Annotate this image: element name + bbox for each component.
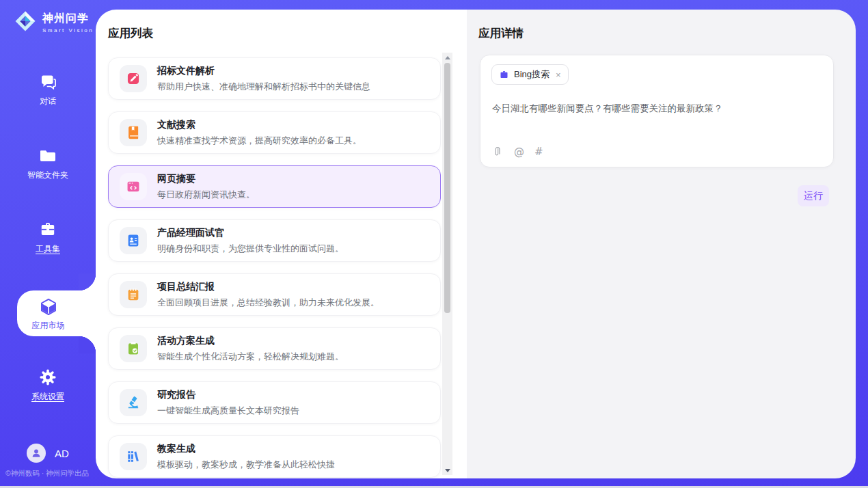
clipboard-check-icon	[120, 335, 147, 362]
app-desc: 智能生成个性化活动方案，轻松解决规划难题。	[157, 351, 344, 363]
app-detail-panel: 应用详情 Bing搜索 × 今日湖北有哪些新闻要点？有哪些需要关注的最新政策？	[467, 10, 856, 478]
app-card-bid-parse[interactable]: 招标文件解析 帮助用户快速、准确地理解和解析招标书中的关键信息	[108, 57, 441, 100]
sidebar-item-smart-folder[interactable]: 智能文件夹	[0, 146, 96, 181]
query-input[interactable]: 今日湖北有哪些新闻要点？有哪些需要关注的最新政策？	[492, 103, 822, 115]
app-card-event-plan[interactable]: 活动方案生成 智能生成个性化活动方案，轻松解决规划难题。	[108, 327, 441, 370]
paperclip-icon[interactable]	[492, 146, 504, 158]
app-desc: 一键智能生成高质量长文本研究报告	[157, 405, 299, 417]
app-card-literature-search[interactable]: 文献搜索 快速精准查找学术资源，提高研究效率的必备工具。	[108, 111, 441, 154]
composer-toolbar: @ #	[492, 146, 543, 158]
books-icon	[120, 443, 147, 470]
app-card-web-summary[interactable]: 网页摘要 每日政府新闻资讯快查。	[108, 165, 441, 208]
app-card-pm-interviewer[interactable]: 产品经理面试官 明确身份和职责，为您提供专业性的面试问题。	[108, 219, 441, 262]
app-title: 产品经理面试官	[157, 227, 344, 239]
sidebar-item-label: 工具集	[0, 243, 96, 255]
browser-code-icon	[120, 173, 147, 200]
user-account[interactable]: AD	[27, 444, 69, 463]
microscope-icon	[120, 389, 147, 416]
app-title: 文献搜索	[157, 119, 362, 131]
sidebar: 神州问学 Smart Vision 对话 智能文件夹	[0, 0, 96, 488]
app-title: 网页摘要	[157, 173, 255, 185]
app-desc: 每日政府新闻资讯快查。	[157, 189, 255, 201]
app-title: 活动方案生成	[157, 335, 344, 347]
scroll-up-button[interactable]	[442, 53, 452, 62]
app-title: 项目总结汇报	[157, 281, 379, 293]
briefcase-icon	[499, 70, 509, 80]
sidebar-item-label: 应用市场	[17, 320, 79, 331]
mention-icon[interactable]: @	[514, 146, 524, 158]
arrow-up-icon	[445, 56, 450, 59]
sidebar-item-label: 系统设置	[0, 391, 96, 403]
app-desc: 明确身份和职责，为您提供专业性的面试问题。	[157, 243, 344, 255]
app-card-project-summary[interactable]: 项目总结汇报 全面回顾项目进展，总结经验教训，助力未来优化发展。	[108, 273, 441, 316]
app-window: 神州问学 Smart Vision 对话 智能文件夹	[0, 0, 868, 488]
resume-person-icon	[120, 227, 147, 254]
sidebar-item-app-market[interactable]: 应用市场	[17, 290, 96, 336]
app-desc: 全面回顾项目进展，总结经验教训，助力未来优化发展。	[157, 297, 379, 309]
sidebar-item-label: 对话	[0, 96, 96, 107]
app-detail-title: 应用详情	[478, 26, 524, 41]
app-card-list: 招标文件解析 帮助用户快速、准确地理解和解析招标书中的关键信息 文献搜索 快速精…	[108, 57, 441, 478]
bubble-notch-top	[79, 273, 96, 290]
scroll-down-button[interactable]	[442, 465, 452, 475]
cube-icon	[38, 297, 59, 317]
gear-icon	[38, 368, 57, 387]
sidebar-item-chat[interactable]: 对话	[0, 72, 96, 107]
app-list-title: 应用列表	[108, 26, 153, 41]
app-desc: 帮助用户快速、准确地理解和解析招标书中的关键信息	[157, 81, 370, 93]
app-list-panel: 应用列表 招标文件解析 帮助用户快速、准确地理解和解析招标书中的关键信息	[96, 10, 467, 478]
app-card-research-report[interactable]: 研究报告 一键智能生成高质量长文本研究报告	[108, 381, 441, 424]
chip-close-icon[interactable]: ×	[556, 70, 561, 79]
chat-icon	[38, 72, 57, 92]
app-title: 研究报告	[157, 389, 299, 401]
sidebar-item-settings[interactable]: 系统设置	[0, 368, 96, 403]
hash-icon[interactable]: #	[534, 146, 543, 158]
sidebar-item-toolset[interactable]: 工具集	[0, 220, 96, 255]
document-edit-icon	[120, 65, 147, 92]
sidebar-item-label: 智能文件夹	[0, 170, 96, 181]
tool-chip-label: Bing搜索	[514, 68, 550, 81]
toolbox-icon	[38, 220, 57, 239]
brand-name: 神州问学	[42, 12, 94, 26]
app-desc: 快速精准查找学术资源，提高研究效率的必备工具。	[157, 135, 362, 147]
tool-chip-bing-search[interactable]: Bing搜索 ×	[491, 64, 569, 85]
app-title: 招标文件解析	[157, 65, 370, 77]
diamond-logo-icon	[14, 10, 37, 36]
copyright-footer: ©神州数码 · 神州问学出品	[5, 469, 89, 478]
notepad-icon	[120, 281, 147, 308]
prompt-composer[interactable]: Bing搜索 × 今日湖北有哪些新闻要点？有哪些需要关注的最新政策？ @ #	[480, 55, 834, 167]
app-title: 教案生成	[157, 443, 335, 455]
scrollbar-thumb[interactable]	[444, 63, 450, 313]
book-icon	[120, 119, 147, 146]
app-desc: 模板驱动，教案秒成，教学准备从此轻松快捷	[157, 459, 335, 471]
brand-subtitle: Smart Vision	[42, 27, 94, 33]
app-list-scrollbar[interactable]	[442, 53, 452, 475]
folder-icon	[38, 146, 57, 165]
brand-logo: 神州问学 Smart Vision	[14, 10, 94, 36]
avatar	[27, 444, 46, 463]
content-area: 应用列表 招标文件解析 帮助用户快速、准确地理解和解析招标书中的关键信息	[96, 10, 856, 478]
bubble-notch-bottom	[79, 336, 96, 353]
user-name: AD	[55, 448, 69, 459]
app-card-lesson-plan[interactable]: 教案生成 模板驱动，教案秒成，教学准备从此轻松快捷	[108, 435, 441, 478]
run-button[interactable]: 运行	[798, 185, 829, 206]
arrow-down-icon	[445, 469, 450, 472]
